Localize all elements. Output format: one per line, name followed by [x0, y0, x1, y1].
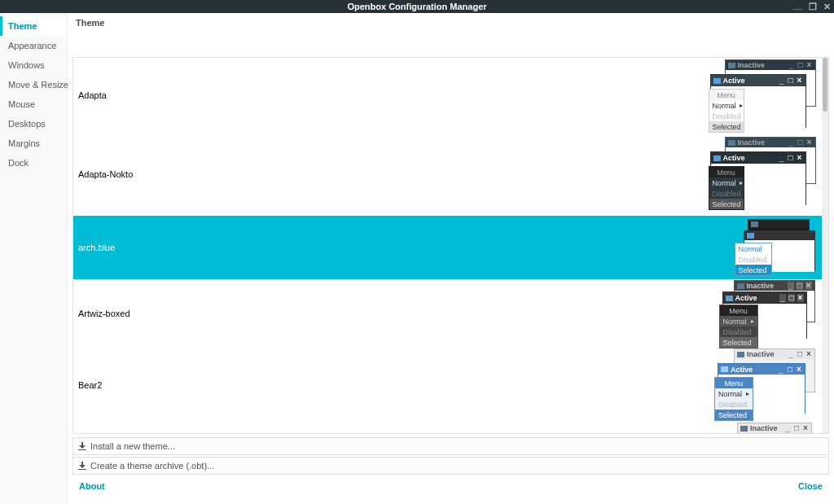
download-icon	[78, 462, 86, 470]
preview-menu-hdr: Menu	[709, 167, 744, 177]
window-icon	[721, 366, 728, 372]
preview-inactive-label: Inactive	[738, 138, 786, 147]
sidebar-item-dock[interactable]: Dock	[0, 153, 67, 173]
theme-name-label: Artwiz-boxed	[73, 309, 130, 318]
theme-row-bear2[interactable]: Bear2 Inactive _□×	[73, 348, 822, 423]
install-theme-label: Install a new theme...	[90, 441, 175, 451]
theme-row-arch-blue[interactable]: arch.blue	[73, 216, 822, 279]
theme-actions: Install a new theme... Create a theme ar…	[72, 437, 829, 476]
theme-preview: Inactive _□× Active	[724, 423, 822, 433]
preview-menu-hdr: Menu	[709, 90, 744, 100]
preview-active-label: Active	[723, 77, 776, 85]
window-icon	[747, 233, 754, 239]
close-app-button[interactable]: Close	[798, 481, 823, 499]
maximize-button[interactable]: ❐	[809, 0, 817, 13]
window-controls: __ ❐ ✕	[792, 0, 831, 13]
theme-name-label: Bear2	[73, 380, 102, 390]
theme-row-adapta-nokto[interactable]: Adapta-Nokto Inactive _□×	[73, 133, 822, 216]
footer: About Close	[72, 476, 829, 499]
preview-inactive-label: Inactive	[747, 282, 785, 290]
window-icon	[728, 140, 735, 146]
theme-list-container: Adapta Inactive _□×	[72, 57, 829, 434]
theme-row-adapta[interactable]: Adapta Inactive _□×	[73, 58, 822, 133]
theme-preview: Inactive _□× Active _□×	[712, 58, 822, 133]
window-icon	[713, 156, 721, 161]
create-archive-label: Create a theme archive (.obt)...	[90, 461, 214, 471]
sidebar-item-margins[interactable]: Margins	[0, 134, 67, 153]
window-icon	[737, 352, 744, 357]
window-icon	[726, 296, 733, 301]
sidebar: Theme Appearance Windows Move & Resize M…	[0, 13, 68, 504]
window-icon	[713, 78, 721, 84]
window-icon	[728, 63, 735, 68]
titlebar: Openbox Configuration Manager __ ❐ ✕	[0, 0, 834, 13]
sidebar-item-windows[interactable]: Windows	[0, 55, 67, 75]
theme-name-label: arch.blue	[73, 243, 115, 252]
sidebar-item-appearance[interactable]: Appearance	[0, 36, 67, 55]
theme-list[interactable]: Adapta Inactive _□×	[73, 58, 822, 433]
sidebar-item-desktops[interactable]: Desktops	[0, 114, 67, 134]
theme-preview: Inactive _□× Active _□×	[720, 279, 822, 348]
preview-inactive-label: Inactive	[750, 424, 782, 432]
preview-menu-hdr: Menu	[715, 378, 753, 388]
theme-preview: Normal Disabled Selected	[732, 216, 822, 279]
main-panel: Theme Adapta Inactive _□×	[68, 13, 834, 504]
theme-row-partial[interactable]: Inactive _□× Active	[73, 423, 822, 433]
scrollbar-thumb[interactable]	[823, 58, 827, 112]
sidebar-item-theme[interactable]: Theme	[0, 16, 67, 36]
close-button[interactable]: ✕	[823, 0, 831, 13]
panel-title: Theme	[72, 18, 829, 31]
content: Theme Appearance Windows Move & Resize M…	[0, 13, 834, 504]
window-icon	[737, 283, 744, 289]
preview-menu-hdr: Menu	[720, 305, 757, 316]
preview-inactive-label: Inactive	[738, 61, 786, 69]
preview-inactive-label: Inactive	[747, 350, 785, 358]
download-icon	[78, 442, 86, 450]
create-archive-button[interactable]: Create a theme archive (.obt)...	[72, 457, 829, 475]
window-icon	[751, 221, 758, 227]
install-theme-button[interactable]: Install a new theme...	[72, 437, 829, 455]
window-title: Openbox Configuration Manager	[347, 2, 486, 11]
scrollbar[interactable]	[822, 58, 828, 433]
theme-name-label: Adapta	[73, 90, 107, 100]
theme-preview: Inactive _□× Active _□×	[716, 348, 822, 423]
theme-row-artwiz-boxed[interactable]: Artwiz-boxed Inactive _□×	[73, 279, 822, 348]
window-icon	[740, 426, 748, 432]
preview-active-label: Active	[731, 366, 775, 374]
preview-active-label: Active	[723, 154, 776, 162]
preview-active-label: Active	[735, 294, 777, 302]
about-button[interactable]: About	[79, 481, 105, 499]
sidebar-item-mouse[interactable]: Mouse	[0, 94, 67, 114]
theme-name-label: Adapta-Nokto	[73, 169, 133, 179]
theme-preview: Inactive _□× Active _□×	[712, 133, 822, 216]
minimize-button[interactable]: __	[792, 0, 802, 11]
sidebar-item-move-resize[interactable]: Move & Resize	[0, 75, 67, 94]
